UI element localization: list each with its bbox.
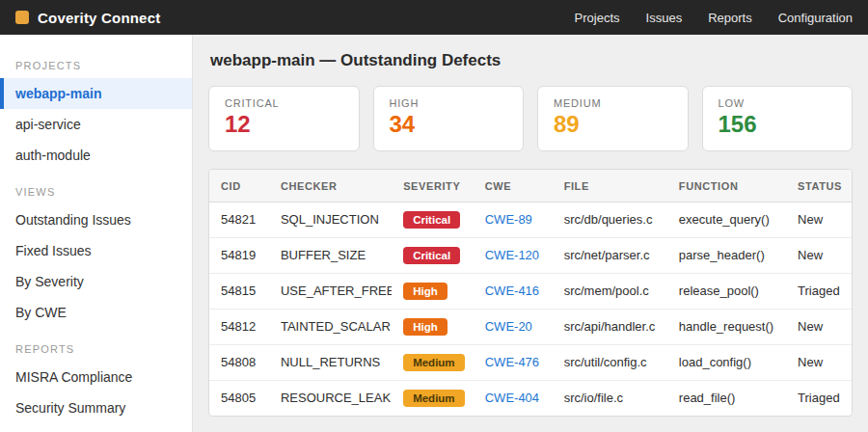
- app-shell: PROJECTSwebapp-mainapi-serviceauth-modul…: [0, 35, 868, 432]
- cell-cid: 54805: [209, 380, 269, 416]
- sidebar-item-api-service[interactable]: api-service: [0, 109, 192, 140]
- cell-cid: 54819: [209, 237, 269, 273]
- sidebar-item-security-summary[interactable]: Security Summary: [0, 392, 192, 423]
- sidebar-section-title-projects: PROJECTS: [0, 44, 192, 78]
- cell-checker: RESOURCE_LEAK: [269, 380, 392, 416]
- cell-file: src/db/queries.c: [553, 202, 667, 237]
- cell-checker: SQL_INJECTION: [269, 202, 392, 237]
- cell-file: src/net/parser.c: [553, 237, 667, 273]
- stat-card-medium[interactable]: MEDIUM89: [537, 86, 689, 151]
- stat-label: MEDIUM: [554, 97, 672, 109]
- sidebar: PROJECTSwebapp-mainapi-serviceauth-modul…: [0, 35, 193, 432]
- severity-badge: High: [403, 283, 448, 300]
- cwe-link-cwe-404[interactable]: CWE-404: [485, 391, 539, 405]
- table-row[interactable]: 54805RESOURCE_LEAKMediumCWE-404src/io/fi…: [209, 380, 852, 416]
- sidebar-item-by-severity[interactable]: By Severity: [0, 266, 192, 297]
- severity-stat-cards: CRITICAL12HIGH34MEDIUM89LOW156: [208, 86, 853, 151]
- topnav-item-reports[interactable]: Reports: [708, 11, 752, 25]
- stat-card-low[interactable]: LOW156: [702, 86, 854, 151]
- column-header-status[interactable]: STATUS: [786, 170, 852, 202]
- column-header-cwe[interactable]: CWE: [474, 170, 553, 202]
- stat-card-critical[interactable]: CRITICAL12: [208, 86, 360, 151]
- cell-checker: USE_AFTER_FREE: [269, 273, 392, 309]
- sidebar-item-by-cwe[interactable]: By CWE: [0, 297, 192, 328]
- cell-cid: 54808: [209, 344, 269, 380]
- cell-cwe: CWE-89: [474, 202, 553, 237]
- severity-badge: High: [403, 318, 448, 336]
- cwe-link-cwe-416[interactable]: CWE-416: [485, 284, 539, 298]
- cell-severity: Medium: [392, 344, 474, 380]
- page-title: webapp-main — Outstanding Defects: [210, 51, 853, 70]
- cwe-link-cwe-476[interactable]: CWE-476: [485, 355, 539, 369]
- cell-cid: 54815: [209, 273, 269, 309]
- sidebar-item-webapp-main[interactable]: webapp-main: [0, 78, 192, 109]
- main-content: webapp-main — Outstanding Defects CRITIC…: [193, 35, 868, 432]
- column-header-file[interactable]: FILE: [553, 170, 667, 202]
- stat-label: HIGH: [390, 97, 508, 109]
- sidebar-item-fixed-issues[interactable]: Fixed Issues: [0, 235, 192, 266]
- sidebar-section-title-views: VIEWS: [0, 171, 192, 204]
- cell-cid: 54821: [209, 202, 269, 237]
- cell-status: New: [786, 237, 852, 273]
- topbar: Coverity Connect ProjectsIssuesReportsCo…: [0, 0, 868, 35]
- defects-table-card: CIDCHECKERSEVERITYCWEFILEFUNCTIONSTATUS …: [208, 169, 853, 417]
- cell-status: New: [786, 344, 852, 380]
- table-row[interactable]: 54808NULL_RETURNSMediumCWE-476src/util/c…: [209, 344, 852, 380]
- cwe-link-cwe-89[interactable]: CWE-89: [485, 212, 532, 227]
- stat-value: 89: [554, 111, 672, 139]
- cell-severity: Medium: [392, 380, 474, 416]
- topnav-item-issues[interactable]: Issues: [646, 11, 683, 25]
- topnav-item-projects[interactable]: Projects: [575, 11, 620, 25]
- brand-name: Coverity Connect: [38, 10, 160, 26]
- stat-card-high[interactable]: HIGH34: [373, 86, 525, 151]
- topnav-item-configuration[interactable]: Configuration: [778, 11, 853, 25]
- cell-checker: TAINTED_SCALAR: [269, 309, 392, 344]
- cell-function: read_file(): [667, 380, 786, 416]
- cell-severity: Critical: [392, 237, 474, 273]
- coverity-logo-icon: [15, 11, 29, 24]
- top-navigation: ProjectsIssuesReportsConfiguration: [575, 11, 853, 25]
- cell-function: load_config(): [667, 344, 786, 380]
- stat-value: 156: [719, 111, 837, 139]
- cwe-link-cwe-20[interactable]: CWE-20: [485, 319, 532, 334]
- column-header-cid[interactable]: CID: [209, 170, 269, 202]
- cell-status: New: [786, 309, 852, 344]
- severity-badge: Medium: [403, 390, 464, 407]
- cell-cid: 54812: [209, 309, 269, 344]
- column-header-severity[interactable]: SEVERITY: [392, 170, 474, 202]
- stat-label: LOW: [719, 97, 837, 109]
- stat-value: 34: [390, 111, 508, 139]
- cell-function: execute_query(): [667, 202, 786, 237]
- cell-cwe: CWE-404: [474, 380, 553, 416]
- table-row[interactable]: 54812TAINTED_SCALARHighCWE-20src/api/han…: [209, 309, 852, 344]
- sidebar-item-misra-compliance[interactable]: MISRA Compliance: [0, 362, 192, 392]
- table-header-row: CIDCHECKERSEVERITYCWEFILEFUNCTIONSTATUS: [209, 170, 852, 202]
- cell-function: handle_request(): [667, 309, 786, 344]
- cell-severity: High: [392, 273, 474, 309]
- sidebar-section-title-reports: REPORTS: [0, 328, 192, 362]
- cell-checker: BUFFER_SIZE: [269, 237, 392, 273]
- cell-file: src/util/config.c: [553, 344, 667, 380]
- cell-cwe: CWE-20: [474, 309, 553, 344]
- cell-status: Triaged: [786, 380, 852, 416]
- cell-cwe: CWE-476: [474, 344, 553, 380]
- defects-table: CIDCHECKERSEVERITYCWEFILEFUNCTIONSTATUS …: [209, 170, 852, 416]
- stat-value: 12: [225, 111, 343, 139]
- severity-badge: Medium: [403, 354, 464, 371]
- column-header-function[interactable]: FUNCTION: [667, 170, 786, 202]
- cell-checker: NULL_RETURNS: [269, 344, 392, 380]
- stat-label: CRITICAL: [225, 97, 343, 109]
- severity-badge: Critical: [403, 211, 460, 229]
- sidebar-item-outstanding-issues[interactable]: Outstanding Issues: [0, 204, 192, 235]
- table-row[interactable]: 54821SQL_INJECTIONCriticalCWE-89src/db/q…: [209, 202, 852, 237]
- sidebar-item-auth-module[interactable]: auth-module: [0, 140, 192, 171]
- cell-status: Triaged: [786, 273, 852, 309]
- cwe-link-cwe-120[interactable]: CWE-120: [485, 248, 539, 262]
- column-header-checker[interactable]: CHECKER: [269, 170, 392, 202]
- table-row[interactable]: 54815USE_AFTER_FREEHighCWE-416src/mem/po…: [209, 273, 852, 309]
- cell-status: New: [786, 202, 852, 237]
- cell-cwe: CWE-120: [474, 237, 553, 273]
- table-row[interactable]: 54819BUFFER_SIZECriticalCWE-120src/net/p…: [209, 237, 852, 273]
- cell-file: src/io/file.c: [553, 380, 667, 416]
- cell-severity: Critical: [392, 202, 474, 237]
